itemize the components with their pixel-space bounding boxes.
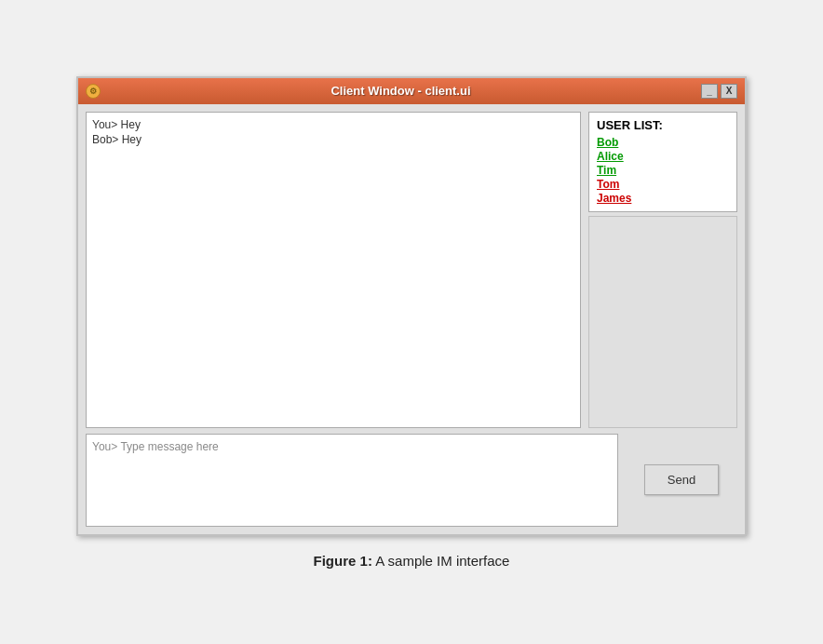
user-list-item-james[interactable]: James [597,192,729,205]
page-wrapper: ⚙ Client Window - client.ui _ X You> Hey… [76,76,747,569]
top-section: You> Hey Bob> Hey USER LIST: Bob Alice T… [86,112,737,428]
send-button-area: Send [626,434,737,527]
window-icon-symbol: ⚙ [89,87,97,96]
bottom-section: You> Type message here Send [86,434,737,527]
window-icon: ⚙ [86,84,101,99]
window-content: You> Hey Bob> Hey USER LIST: Bob Alice T… [78,104,745,534]
window-title: Client Window - client.ui [101,84,701,98]
user-list-box: USER LIST: Bob Alice Tim Tom James [588,112,737,212]
user-list-item-bob[interactable]: Bob [597,136,729,149]
user-panel: USER LIST: Bob Alice Tim Tom James [588,112,737,428]
figure-caption: Figure 1: A sample IM interface [314,553,510,569]
chat-message-text: Bob> Hey [92,133,142,146]
send-button[interactable]: Send [644,464,719,495]
chat-message-text: You> Hey [92,118,141,131]
minimize-button[interactable]: _ [701,84,718,99]
chat-message: You> Hey [92,118,574,131]
user-list-item-tim[interactable]: Tim [597,164,729,177]
user-list-item-alice[interactable]: Alice [597,150,729,163]
chat-display-area: You> Hey Bob> Hey [86,112,581,428]
message-input-placeholder: You> Type message here [92,440,219,453]
message-input[interactable]: You> Type message here [86,434,618,527]
caption-description: A sample IM interface [372,553,510,569]
user-panel-lower [588,216,737,428]
figure-label: Figure 1: [314,553,372,569]
user-list-item-tom[interactable]: Tom [597,178,729,191]
title-bar: ⚙ Client Window - client.ui _ X [78,78,745,104]
close-button[interactable]: X [721,84,737,99]
user-list-title: USER LIST: [597,118,729,132]
chat-message: Bob> Hey [92,133,574,146]
window-controls: _ X [701,84,737,99]
client-window: ⚙ Client Window - client.ui _ X You> Hey… [76,76,747,536]
